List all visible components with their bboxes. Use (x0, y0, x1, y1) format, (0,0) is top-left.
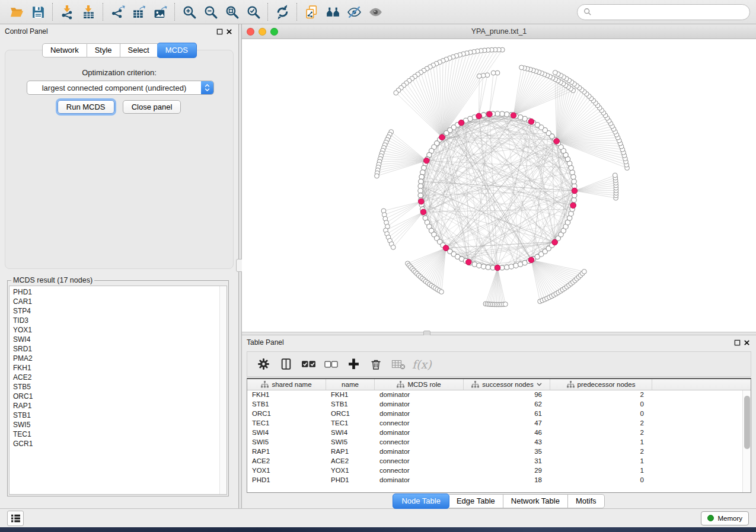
criterion-dropdown[interactable]: largest connected component (undirected) (27, 81, 214, 95)
open-file-button[interactable] (6, 2, 27, 22)
graph-hub-node[interactable] (419, 198, 425, 204)
table-cell[interactable]: STB1 (326, 400, 375, 409)
table-cell[interactable]: connector (375, 419, 464, 428)
column-header-predecessor-nodes[interactable]: predecessor nodes (550, 379, 652, 390)
table-cell[interactable]: 96 (464, 390, 550, 400)
table-scrollbar[interactable] (742, 390, 751, 492)
table-cell[interactable]: ORC1 (326, 409, 375, 419)
table-cell[interactable]: SWI5 (247, 438, 326, 447)
mcds-list-item[interactable]: TEC1 (13, 430, 227, 439)
graph-satellite-node[interactable] (439, 290, 444, 294)
table-row[interactable]: YOX1YOX1connector291 (247, 466, 751, 476)
graph-node[interactable] (509, 264, 513, 269)
table-cell[interactable]: 29 (464, 466, 550, 476)
graph-node[interactable] (418, 188, 423, 193)
table-cell[interactable]: SWI4 (326, 428, 375, 438)
table-cell[interactable]: PHD1 (326, 476, 375, 485)
table-cell[interactable]: 0 (550, 409, 652, 419)
search-input[interactable] (595, 8, 744, 16)
deselect-all-rows-button[interactable] (321, 354, 341, 374)
graph-satellite-node[interactable] (394, 91, 398, 95)
import-network-button[interactable] (56, 2, 78, 22)
graph-node[interactable] (419, 174, 424, 179)
graph-hub-node[interactable] (487, 111, 493, 117)
table-cell[interactable]: YOX1 (247, 466, 326, 476)
mcds-list-item[interactable]: PHD1 (13, 287, 227, 297)
table-cell[interactable]: connector (375, 457, 464, 466)
table-cell[interactable]: RAP1 (247, 447, 326, 457)
mcds-list-item[interactable]: STB5 (13, 382, 227, 392)
graph-hub-node[interactable] (439, 134, 445, 140)
table-row[interactable]: SWI4SWI4dominator462 (247, 428, 751, 438)
table-cell[interactable]: connector (375, 466, 464, 476)
graph-hub-node[interactable] (495, 265, 500, 271)
table-cell[interactable]: SWI4 (247, 428, 326, 438)
tab-edge-table[interactable]: Edge Table (449, 494, 503, 508)
export-image-button[interactable] (149, 2, 171, 22)
select-all-rows-button[interactable] (298, 354, 318, 374)
table-cell[interactable]: FKH1 (247, 390, 326, 400)
graph-satellite-node[interactable] (582, 270, 586, 274)
graph-node[interactable] (486, 265, 490, 270)
table-cell[interactable]: STB1 (247, 400, 326, 409)
graph-node[interactable] (419, 179, 423, 184)
mcds-list-item[interactable]: SWI5 (13, 420, 227, 430)
tab-network[interactable]: Network (42, 43, 87, 57)
mcds-list-item[interactable]: SWI4 (13, 335, 227, 344)
graph-node[interactable] (505, 265, 509, 270)
table-cell[interactable]: 35 (464, 447, 550, 457)
graph-hub-node[interactable] (443, 245, 449, 251)
graph-hub-node[interactable] (554, 139, 560, 145)
close-panel-button[interactable]: Close panel (123, 100, 181, 114)
table-cell[interactable]: 31 (464, 457, 550, 466)
show-all-button[interactable] (365, 2, 386, 22)
graph-hub-node[interactable] (572, 188, 578, 194)
table-cell[interactable]: dominator (375, 447, 464, 457)
graph-node[interactable] (418, 184, 423, 188)
graph-node[interactable] (571, 174, 576, 179)
column-chooser-button[interactable] (276, 354, 296, 374)
close-panel-icon[interactable] (224, 27, 234, 36)
graph-satellite-node[interactable] (375, 174, 379, 178)
mcds-list-item[interactable]: CAR1 (13, 297, 227, 306)
float-table-panel-icon[interactable] (732, 338, 742, 347)
export-network-button[interactable] (107, 2, 128, 22)
network-canvas[interactable] (242, 39, 756, 332)
table-cell[interactable]: dominator (375, 400, 464, 409)
graph-hub-node[interactable] (458, 120, 464, 126)
graph-hub-node[interactable] (511, 113, 516, 118)
show-panels-button[interactable] (7, 511, 24, 526)
mcds-list-item[interactable]: STB1 (13, 411, 227, 420)
tab-motifs[interactable]: Motifs (568, 494, 605, 508)
table-cell[interactable]: ORC1 (247, 409, 326, 419)
graph-satellite-node[interactable] (553, 70, 557, 75)
table-cell[interactable]: dominator (375, 390, 464, 400)
save-session-button[interactable] (27, 2, 49, 22)
table-row[interactable]: PHD1PHD1dominator180 (247, 476, 751, 485)
add-row-button[interactable] (343, 354, 363, 374)
tab-select[interactable]: Select (120, 43, 158, 57)
apply-layout-button[interactable] (272, 2, 293, 22)
table-cell[interactable]: TEC1 (326, 419, 375, 428)
mcds-list-item[interactable]: YOX1 (13, 325, 227, 335)
table-cell[interactable]: dominator (375, 428, 464, 438)
graph-satellite-node[interactable] (519, 65, 524, 70)
mcds-result-list[interactable]: PHD1CAR1STP4TID3YOX1SWI4SRD1PMA2FKH1ACE2… (9, 286, 227, 495)
graph-hub-node[interactable] (528, 118, 534, 124)
table-cell[interactable]: 0 (550, 400, 652, 409)
table-row[interactable]: FKH1FKH1dominator962 (247, 390, 751, 400)
table-cell[interactable]: 2 (550, 447, 652, 457)
graph-hub-node[interactable] (476, 113, 482, 119)
export-table-button[interactable] (128, 2, 149, 22)
graph-node[interactable] (418, 193, 423, 198)
graph-node[interactable] (572, 198, 576, 203)
graph-satellite-node[interactable] (613, 173, 617, 178)
graph-node[interactable] (500, 111, 505, 116)
delete-table-button[interactable] (388, 354, 409, 374)
mcds-list-item[interactable]: FKH1 (13, 363, 227, 373)
table-cell[interactable]: dominator (375, 476, 464, 485)
first-neighbors-button[interactable] (322, 2, 343, 22)
table-cell[interactable]: 2 (550, 428, 652, 438)
close-table-panel-icon[interactable] (742, 338, 751, 347)
table-cell[interactable]: 2 (550, 390, 652, 400)
